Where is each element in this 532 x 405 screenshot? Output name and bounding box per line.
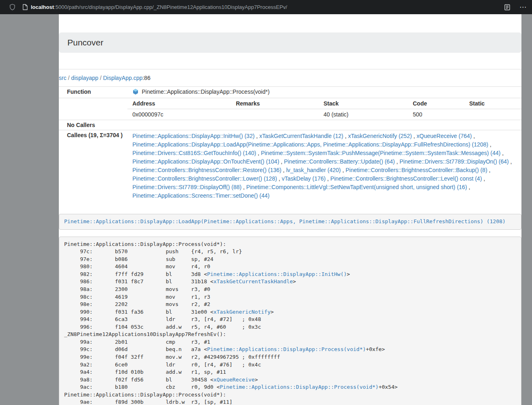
callee-separator: , — [341, 167, 346, 173]
reader-view-icon[interactable] — [504, 4, 510, 11]
callee-separator: , — [395, 158, 400, 165]
breadcrumb: src / displayapp / DisplayApp.cpp:86 — [59, 75, 521, 81]
callee-separator: , — [241, 184, 246, 190]
callee-separator: , — [281, 167, 286, 173]
callee-separator: , — [254, 133, 259, 139]
callee-link[interactable]: Pinetime::Controllers::BrightnessControl… — [132, 175, 277, 182]
callees-label: Callees (19, Σ=3704 ) — [59, 130, 127, 204]
callee-separator: , — [279, 158, 284, 165]
callee-link[interactable]: Pinetime::Applications::DisplayApp::Load… — [132, 141, 488, 148]
callee-link[interactable]: Pinetime::Applications::DisplayApp::Init… — [132, 133, 254, 139]
no-callers-label: No Callers — [59, 120, 127, 130]
jumbotron: Puncover — [59, 32, 521, 53]
highlighted-symbol-link[interactable]: Pinetime::Applications::DisplayApp::Load… — [64, 218, 506, 224]
callee-separator: , — [325, 175, 330, 182]
assembly-symbol-link[interactable]: xQueueReceive — [213, 377, 255, 383]
breadcrumb-link[interactable]: DisplayApp.cpp — [103, 75, 142, 81]
callee-separator: , — [472, 133, 475, 139]
callee-separator: , — [488, 141, 491, 148]
address-value: 0x0000097c — [127, 109, 231, 120]
static-value — [464, 109, 521, 120]
stack-value: 40 (static) — [319, 109, 408, 120]
table-row: Address Remarks Stack Code Static — [127, 98, 521, 109]
url-path: :5000/path/src/displayapp/DisplayApp.cpp… — [54, 4, 287, 10]
shield-icon[interactable] — [9, 4, 16, 11]
table-row: No Callers — [59, 120, 521, 130]
remarks-value — [231, 109, 319, 120]
callee-link[interactable]: Pinetime::Drivers::St7789::DisplayOff() … — [132, 184, 241, 190]
callee-link[interactable]: Pinetime::Controllers::BrightnessControl… — [345, 167, 487, 173]
callee-link[interactable]: xTaskGetCurrentTaskHandle (12) — [259, 133, 343, 139]
callee-separator: , — [256, 150, 261, 156]
stats-table: Address Remarks Stack Code Static 0x0000… — [127, 98, 521, 120]
callee-separator: , — [277, 175, 282, 182]
callee-separator: , — [343, 133, 348, 139]
code-value: 500 — [408, 109, 464, 120]
column-header-stack: Stack — [319, 98, 408, 109]
function-icon — [132, 88, 139, 96]
callee-separator: , — [467, 184, 470, 190]
assembly-symbol-link[interactable]: xTaskGenericNotify — [213, 309, 271, 315]
stats-cell: Address Remarks Stack Code Static 0x0000… — [127, 98, 521, 120]
breadcrumb-separator: / — [67, 75, 71, 81]
callee-link[interactable]: lv_task_handler (420) — [286, 167, 341, 173]
callee-link[interactable]: Pinetime::System::SystemTask::PushMessag… — [261, 150, 501, 156]
callee-separator: , — [500, 150, 504, 156]
table-row: Callees (19, Σ=3704 ) Pinetime::Applicat… — [59, 130, 521, 204]
url-bar[interactable]: localhost:5000/path/src/displayapp/Displ… — [22, 4, 504, 10]
breadcrumb-link[interactable]: displayapp — [71, 75, 98, 81]
function-label: Function — [59, 87, 127, 98]
breadcrumb-link[interactable]: src — [59, 75, 67, 81]
callee-separator: , — [482, 175, 485, 182]
callee-separator: , — [412, 133, 417, 139]
column-header-code: Code — [408, 98, 464, 109]
callee-link[interactable]: xTaskGenericNotify (252) — [348, 133, 412, 139]
overflow-menu-icon[interactable]: ⋯ — [519, 4, 527, 11]
browser-topbar: localhost:5000/path/src/displayapp/Displ… — [0, 0, 532, 14]
table-row: Function Pinetime::Applications::Display… — [59, 87, 521, 98]
callee-link[interactable]: Pinetime::Components::LittleVgl::SetNewT… — [246, 184, 467, 190]
callee-link[interactable]: Pinetime::Drivers::Cst816S::GetTouchInfo… — [132, 150, 256, 156]
assembly-symbol-link[interactable]: Pinetime::Applications::DisplayApp::Proc… — [207, 346, 366, 352]
page-title: Puncover — [67, 38, 513, 47]
callee-link[interactable]: Pinetime::Drivers::St7789::DisplayOn() (… — [400, 158, 509, 165]
callee-separator: , — [487, 167, 491, 173]
divider — [59, 69, 521, 69]
callee-link[interactable]: vTaskDelay (176) — [282, 175, 325, 182]
callers-cell — [127, 120, 521, 130]
assembly-symbol-link[interactable]: xTaskGetCurrentTaskHandle — [213, 278, 293, 284]
column-header-remarks: Remarks — [231, 98, 319, 109]
breadcrumb-separator: / — [98, 75, 103, 81]
assembly-symbol-link[interactable]: Pinetime::Applications::DisplayApp::Proc… — [220, 384, 379, 390]
assembly-listing: Pinetime::Applications::DisplayApp::Proc… — [59, 237, 521, 405]
table-row: Address Remarks Stack Code Static 0x0000… — [59, 98, 521, 120]
highlighted-symbol-box: Pinetime::Applications::DisplayApp::Load… — [59, 214, 521, 230]
callee-link[interactable]: xQueueReceive (764) — [417, 133, 472, 139]
column-header-address: Address — [127, 98, 231, 109]
callee-separator: , — [509, 158, 512, 165]
callee-link[interactable]: Pinetime::Controllers::BrightnessControl… — [132, 167, 281, 173]
function-table: Function Pinetime::Applications::Display… — [59, 86, 521, 204]
column-header-static: Static — [464, 98, 521, 109]
callee-link[interactable]: Pinetime::Controllers::Battery::Update()… — [284, 158, 395, 165]
callees-list: Pinetime::Applications::DisplayApp::Init… — [127, 130, 521, 204]
callee-link[interactable]: Pinetime::Controllers::BrightnessControl… — [330, 175, 482, 182]
function-name: Pinetime::Applications::DisplayApp::Proc… — [142, 88, 269, 95]
callee-link[interactable]: Pinetime::Applications::DisplayApp::OnTo… — [132, 158, 279, 165]
stats-row-label — [59, 98, 127, 120]
function-name-cell: Pinetime::Applications::DisplayApp::Proc… — [127, 87, 521, 98]
breadcrumb-line-number: :86 — [142, 75, 150, 81]
callee-link[interactable]: Pinetime::Applications::Screens::Timer::… — [132, 192, 269, 199]
url-host: localhost — [31, 4, 54, 10]
page-container: Puncover src / displayapp / DisplayApp.c… — [59, 14, 521, 405]
table-row: 0x0000097c 40 (static) 500 — [127, 109, 521, 120]
assembly-symbol-link[interactable]: Pinetime::Applications::DisplayApp::Init… — [207, 271, 347, 277]
page-icon[interactable] — [22, 4, 28, 10]
